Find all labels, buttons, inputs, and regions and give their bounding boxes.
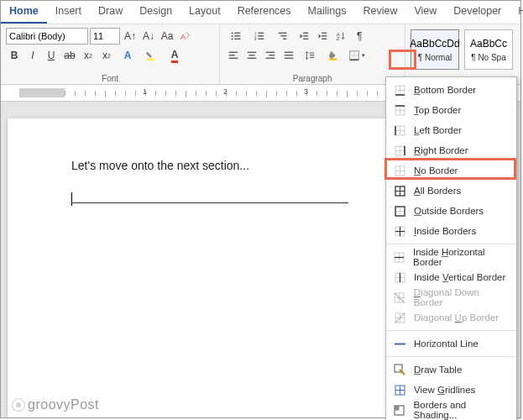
border-menu-label: No Border — [414, 165, 458, 176]
border-menu-label: All Borders — [414, 186, 461, 196]
paragraph-group: 123 AZ ¶ ▾ Paragraph — [220, 24, 405, 84]
bold-icon[interactable]: B — [6, 47, 23, 64]
tab-mailings[interactable]: Mailings — [300, 1, 355, 24]
border-menu-right[interactable]: Right Border — [386, 140, 516, 160]
tab-home[interactable]: Home — [1, 1, 47, 24]
border-menu-hline[interactable]: Horizontal Line — [386, 333, 516, 354]
border-menu-all[interactable]: All Borders — [386, 181, 516, 201]
style-normal[interactable]: AaBbCcDd¶ Normal — [411, 29, 459, 70]
line-spacing-icon[interactable] — [299, 47, 321, 64]
font-group-label: Font — [6, 73, 214, 84]
superscript-icon[interactable]: x2 — [98, 47, 115, 64]
border-menu-inside-v[interactable]: Inside Vertical Border — [386, 267, 516, 287]
svg-rect-40 — [329, 59, 337, 60]
border-menu-draw[interactable]: Draw Table — [386, 360, 516, 380]
border-menu-label: View Gridlines — [414, 385, 475, 395]
svg-rect-11 — [259, 35, 264, 36]
border-menu-inside[interactable]: Inside Borders — [386, 221, 516, 241]
svg-rect-9 — [259, 33, 264, 34]
tab-insert[interactable]: Insert — [47, 1, 90, 24]
border-menu-label: Diagonal Up Border — [414, 312, 499, 323]
shading-icon[interactable] — [322, 47, 344, 64]
font-name-select[interactable] — [6, 28, 88, 45]
svg-rect-17 — [303, 33, 308, 34]
svg-rect-27 — [229, 58, 238, 59]
align-right-icon[interactable] — [262, 47, 279, 64]
tab-developer[interactable]: Developer — [445, 1, 510, 24]
grid-icon — [393, 383, 406, 396]
border-menu-label: Diagonal Down Border — [414, 287, 510, 307]
svg-rect-32 — [269, 55, 275, 55]
svg-rect-26 — [229, 55, 235, 55]
font-group: A↑ A↓ Aa A B I U ab x2 x2 A A Font — [1, 24, 220, 84]
change-case-icon[interactable]: Aa — [159, 28, 175, 45]
svg-rect-36 — [285, 58, 294, 59]
tab-layout[interactable]: Layout — [180, 1, 229, 24]
clear-format-icon[interactable]: A — [177, 28, 194, 45]
svg-rect-31 — [266, 52, 275, 53]
tab-draw[interactable]: Draw — [90, 1, 131, 24]
multilevel-icon[interactable] — [272, 28, 294, 45]
tab-view[interactable]: View — [405, 1, 445, 24]
svg-rect-35 — [285, 55, 294, 55]
tab-review[interactable]: Review — [354, 1, 405, 24]
italic-icon[interactable]: I — [24, 47, 41, 64]
border-menu-left[interactable]: Left Border — [386, 120, 516, 140]
svg-rect-7 — [235, 39, 241, 39]
tab-references[interactable]: References — [229, 1, 300, 24]
show-marks-icon[interactable]: ¶ — [351, 28, 368, 45]
svg-rect-20 — [322, 33, 327, 34]
border-menu-label: Inside Horizontal Border — [413, 247, 510, 267]
strike-icon[interactable]: ab — [61, 47, 78, 64]
borders-button[interactable]: ▾ — [346, 47, 368, 64]
border-menu-top[interactable]: Top Border — [386, 100, 516, 120]
border-menu-bottom[interactable]: Bottom Border — [386, 80, 516, 100]
tab-help[interactable]: Help — [510, 1, 523, 24]
bullets-icon[interactable] — [225, 28, 247, 45]
svg-rect-15 — [281, 35, 287, 36]
border-menu-inside-h[interactable]: Inside Horizontal Border — [386, 247, 516, 267]
inside-v-icon — [393, 270, 406, 284]
border-menu-label: Draw Table — [414, 365, 462, 375]
justify-icon[interactable] — [280, 47, 297, 64]
border-menu-shading[interactable]: Borders and Shading... — [386, 400, 516, 420]
svg-point-2 — [232, 32, 233, 34]
tab-design[interactable]: Design — [131, 1, 180, 24]
align-center-icon[interactable] — [243, 47, 260, 64]
svg-rect-3 — [235, 33, 241, 34]
numbering-icon[interactable]: 123 — [248, 28, 270, 45]
decrease-font-icon[interactable]: A↓ — [140, 28, 157, 45]
decrease-indent-icon[interactable] — [295, 28, 312, 45]
hline-icon — [393, 337, 406, 350]
border-menu-label: Horizontal Line — [414, 339, 479, 349]
border-menu-diag-down: Diagonal Down Border — [386, 287, 516, 307]
none-icon — [393, 164, 406, 177]
style-nospa[interactable]: AaBbCc¶ No Spa — [464, 29, 513, 70]
border-menu-label: Outside Borders — [414, 206, 484, 216]
text-effects-icon[interactable]: A — [117, 47, 139, 64]
inside-icon — [393, 224, 406, 238]
sort-icon[interactable]: AZ — [332, 28, 349, 45]
svg-point-103 — [16, 402, 21, 407]
border-menu-gridlines[interactable]: View Gridlines — [386, 380, 516, 400]
svg-rect-30 — [248, 58, 257, 59]
bottom-icon — [393, 83, 406, 97]
outside-icon — [393, 204, 406, 218]
align-left-icon[interactable] — [225, 47, 242, 64]
font-size-select[interactable] — [90, 28, 120, 45]
border-menu-outside[interactable]: Outside Borders — [386, 201, 516, 221]
subscript-icon[interactable]: x2 — [80, 47, 97, 64]
font-color-icon[interactable]: A — [164, 47, 186, 64]
increase-font-icon[interactable]: A↑ — [122, 28, 139, 45]
highlight-icon[interactable] — [140, 47, 162, 64]
styles-group: AaBbCcDd¶ NormalAaBbCc¶ No Spa — [405, 24, 520, 84]
border-menu-none[interactable]: No Border — [386, 160, 516, 181]
svg-text:A: A — [180, 33, 186, 41]
right-icon — [393, 144, 406, 157]
svg-rect-101 — [395, 406, 400, 411]
underline-icon[interactable]: U — [43, 47, 60, 64]
svg-point-4 — [232, 35, 233, 37]
increase-indent-icon[interactable] — [314, 28, 331, 45]
svg-rect-37 — [310, 53, 314, 54]
ruler-mark: 1 — [143, 87, 147, 96]
